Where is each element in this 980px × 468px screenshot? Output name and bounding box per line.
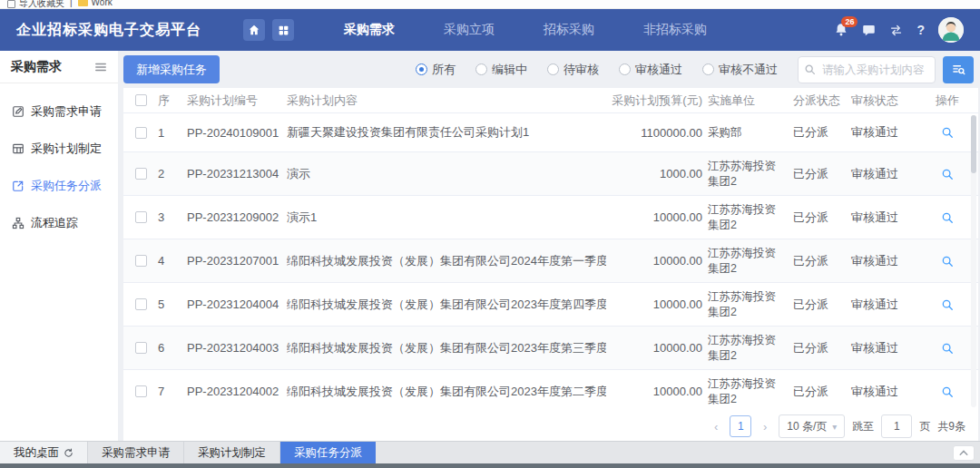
radio-icon [619,63,631,75]
browser-bookmarks-bar: 导入收藏夹 | Work [0,0,980,9]
select-all-checkbox[interactable] [135,94,147,106]
notifications-button[interactable]: 26 [834,23,848,37]
row-checkbox[interactable] [135,127,147,139]
procurement-plan-table: 序 采购计划编号 采购计划内容 采购计划预算(元) 实施单位 分派状态 审核状态… [123,88,978,441]
prev-page-button[interactable]: ‹ [710,420,722,434]
sidebar-item[interactable]: 流程追踪 [0,204,118,241]
plan-code: PP-20240109001 [187,126,287,140]
collapse-tabs-button[interactable] [953,445,975,461]
table-scrollbar[interactable] [971,115,976,407]
row-checkbox[interactable] [135,342,147,354]
magnifier-icon [941,211,954,224]
view-detail-button[interactable] [927,255,967,268]
row-checkbox[interactable] [135,298,147,310]
filter-search-icon [952,63,965,76]
magnifier-icon [941,342,954,355]
implement-unit: 江苏苏海投资集团2 [708,376,793,407]
home-button[interactable] [243,19,265,41]
apps-button[interactable] [272,19,294,41]
radio-icon [416,63,427,75]
row-checkbox[interactable] [135,385,147,397]
row-checkbox[interactable] [135,255,147,267]
status-filter-radio[interactable]: 待审核 [547,62,599,78]
search-input[interactable] [798,56,936,83]
sidebar-item-label: 流程追踪 [31,215,78,231]
view-detail-button[interactable] [927,168,967,180]
nav-item[interactable]: 非招标采购 [619,9,731,51]
status-filter-radio[interactable]: 审核通过 [619,62,682,78]
plan-content: 新疆天聚建设投资集团有限责任公司采购计划1 [287,124,606,141]
page-size-select[interactable]: 10 条/页 ▾ [779,414,845,438]
view-detail-button[interactable] [927,385,967,398]
nav-item[interactable]: 招标采购 [519,9,619,51]
sidebar-item[interactable]: 采购需求申请 [0,93,118,130]
app-header: 企业招标采购电子交易平台 采购需求采购立项招标采购非招标采购 26 [0,9,980,51]
assign-status: 已分派 [793,384,851,400]
next-page-button[interactable]: › [759,420,771,434]
refresh-icon[interactable] [64,448,74,458]
audit-status: 审核通过 [851,124,927,141]
current-page-button[interactable]: 1 [730,415,751,437]
row-index: 4 [158,254,187,268]
flow-icon [12,217,24,229]
sidebar: 采购需求 采购需求申请 采购计划制定 采购任务分派 [0,51,118,441]
opened-tab[interactable]: 我的桌面 [0,442,88,463]
plan-code: PP-20231209002 [187,210,287,224]
row-checkbox[interactable] [135,168,147,180]
scrollbar-thumb[interactable] [971,115,976,173]
magnifier-icon [941,168,954,180]
assign-status: 已分派 [793,124,851,141]
help-button[interactable]: ? [916,23,925,37]
user-avatar[interactable] [938,17,964,43]
table-row[interactable]: 6 PP-20231204003 绵阳科技城发展投资（发展）集团有限公司2023… [123,327,978,370]
view-detail-button[interactable] [927,342,967,355]
col-assign-status: 分派状态 [793,93,851,109]
view-detail-button[interactable] [927,126,967,139]
jump-page-input[interactable]: 1 [881,414,912,438]
col-action: 操作 [927,93,967,109]
table-row[interactable]: 2 PP-20231213004 演示 1000.00 江苏苏海投资集团2 已分… [123,152,978,196]
bookmark-folder-work[interactable]: Work [78,0,113,7]
implement-unit: 江苏苏海投资集团2 [708,246,793,277]
switch-system-button[interactable] [889,24,903,37]
add-procurement-task-button[interactable]: 新增采购任务 [123,55,220,83]
row-index: 7 [158,385,187,398]
edit-square-icon [12,105,24,118]
status-filter-radio[interactable]: 审核不通过 [702,62,778,78]
table-row[interactable]: 1 PP-20240109001 新疆天聚建设投资集团有限责任公司采购计划1 1… [123,113,978,152]
opened-tab[interactable]: 采购任务分派 [280,442,376,463]
bookmark-import[interactable]: 导入收藏夹 [7,0,64,9]
table-row[interactable]: 3 PP-20231209002 演示1 10000.00 江苏苏海投资集团2 … [123,196,978,239]
nav-item[interactable]: 采购需求 [319,9,419,51]
folder-icon [78,0,88,6]
view-detail-button[interactable] [927,298,967,311]
table-row[interactable]: 7 PP-20231204002 绵阳科技城发展投资（发展）集团有限公司2023… [123,370,978,412]
row-index: 5 [158,297,187,311]
view-detail-button[interactable] [927,211,967,224]
opened-tab[interactable]: 采购计划制定 [184,442,280,463]
bookmark-icon [7,0,15,8]
pagination: ‹ 1 › 10 条/页 ▾ 跳至 1 页 共9条 [123,412,978,441]
table-row[interactable]: 4 PP-20231207001 绵阳科技城发展投资（发展）集团有限公司2024… [123,239,978,283]
row-checkbox[interactable] [135,211,147,223]
messages-button[interactable] [862,24,876,37]
nav-item[interactable]: 采购立项 [419,9,519,51]
assign-status: 已分派 [793,253,851,269]
col-budget: 采购计划预算(元) [606,93,708,109]
advanced-search-button[interactable] [943,56,974,83]
sidebar-item[interactable]: 采购任务分派 [0,167,118,204]
app-title: 企业招标采购电子交易平台 [16,21,201,40]
chevron-up-icon [959,450,968,456]
plan-code: PP-20231204002 [187,385,287,398]
opened-tab[interactable]: 采购需求申请 [88,442,184,463]
sidebar-collapse-button[interactable] [94,62,107,73]
status-filter-radio[interactable]: 编辑中 [475,62,527,78]
table-body: 1 PP-20240109001 新疆天聚建设投资集团有限责任公司采购计划1 1… [123,113,978,412]
question-icon: ? [916,23,925,37]
table-row[interactable]: 5 PP-20231204004 绵阳科技城发展投资（发展）集团有限公司2023… [123,283,978,327]
status-filter-group: 所有 编辑中 待审核 审核通过 审核不通过 [416,62,778,78]
notification-badge: 26 [841,16,858,27]
status-filter-radio[interactable]: 所有 [416,62,456,78]
sidebar-item[interactable]: 采购计划制定 [0,130,118,167]
audit-status: 审核通过 [851,210,927,226]
